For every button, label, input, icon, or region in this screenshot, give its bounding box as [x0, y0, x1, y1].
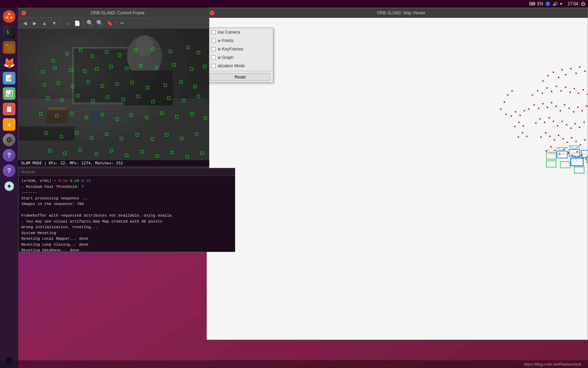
system-time[interactable]: 17:04 — [568, 1, 578, 6]
current-frame-window: ✕ ORB-SLAM2: Current Frame ◀ ▶ ▲ ▼ ⌂ 📄 🔍… — [18, 8, 209, 176]
lang-indicator[interactable]: EN — [537, 1, 543, 6]
dock-item-files[interactable] — [2, 40, 16, 55]
toolbar-sep2 — [83, 20, 84, 27]
map-viewer-window: ✕ ORB-SLAM2: Map Viewer low Camera w Poi… — [206, 8, 588, 340]
bookmark-button[interactable]: 🔖 — [105, 19, 114, 27]
terminal-line-10: Reseting Local Mapper... done — [21, 236, 232, 242]
dropdown-item-show-graph[interactable]: w Graph — [207, 53, 273, 62]
trash-icon: 🗑 — [3, 354, 15, 367]
svg-point-123 — [546, 87, 548, 89]
down-button[interactable]: ▼ — [50, 19, 58, 27]
show-keyframes-label: w KeyFrames — [218, 47, 243, 52]
svg-line-263 — [546, 149, 551, 153]
svg-point-218 — [576, 151, 578, 152]
svg-point-149 — [551, 102, 552, 103]
svg-point-132 — [587, 94, 588, 95]
svg-point-195 — [554, 139, 555, 141]
toolbar-sep3 — [116, 20, 116, 27]
close-button[interactable]: ✕ — [21, 11, 26, 15]
url-bar: https://blog.csdn.net/RadiantJoral — [0, 360, 588, 368]
zoom-out-button[interactable]: 🔍 — [86, 19, 94, 27]
zoom-in-button[interactable]: 🔍 — [96, 19, 104, 27]
svg-point-144 — [528, 108, 530, 110]
dock-item-amazon[interactable]: a — [2, 117, 16, 132]
svg-point-145 — [533, 104, 535, 105]
volume-icon[interactable]: 🔊 — [553, 1, 558, 6]
dock-item-calc[interactable]: 📊 — [2, 86, 16, 101]
svg-point-170 — [539, 118, 541, 120]
dock-item-ubuntu[interactable] — [2, 9, 16, 24]
svg-line-255 — [569, 146, 574, 149]
svg-point-245 — [518, 122, 520, 123]
forward-button[interactable]: ▶ — [30, 19, 39, 27]
map-viewer-close-btn[interactable]: ✕ — [210, 11, 215, 15]
svg-point-155 — [577, 107, 579, 108]
svg-point-277 — [505, 114, 507, 115]
terminal-header-text: Output — [21, 170, 35, 174]
dropdown-item-follow-camera[interactable]: low Camera — [207, 28, 273, 36]
file-button[interactable]: 📄 — [73, 19, 81, 27]
svg-point-241 — [515, 111, 516, 113]
power-icon[interactable]: ⏻ — [581, 1, 585, 6]
camera-image — [19, 28, 209, 162]
terminal-line-5 — [21, 207, 232, 213]
home-button[interactable]: ⌂ — [63, 19, 71, 27]
dock-item-settings[interactable]: ⚙ — [2, 132, 16, 147]
svg-point-249 — [526, 136, 527, 137]
writer-icon: 📝 — [3, 72, 15, 84]
paint-button[interactable]: ✏ — [118, 19, 127, 27]
coord-line: (x=638, v=81) ~ R:10 G:10 B:10 — [21, 178, 232, 184]
svg-point-197 — [562, 138, 564, 139]
svg-point-120 — [532, 94, 533, 96]
dock-item-dvd[interactable]: 💿 — [2, 179, 16, 193]
back-button[interactable]: ◀ — [21, 19, 29, 27]
terminal-line-11: Reseting Loop Closing... done — [21, 242, 232, 248]
svg-point-211 — [546, 150, 547, 152]
show-graph-label: w Graph — [218, 55, 233, 60]
keyboard-icon[interactable]: ⌨ — [529, 1, 535, 6]
terminal-line-8: Wrong initialization, reseting... — [21, 224, 232, 230]
bluetooth-icon[interactable]: 🔵 — [545, 1, 551, 6]
svg-point-105 — [579, 66, 580, 68]
svg-point-129 — [574, 88, 575, 89]
svg-point-198 — [567, 142, 568, 143]
svg-point-146 — [538, 108, 539, 109]
dock-item-firefox[interactable]: 🦊 — [2, 55, 16, 70]
map-viewer-content: low Camera w Points w KeyFrames w Graph … — [207, 18, 588, 340]
dock-item-trash[interactable]: 🗑 — [2, 353, 16, 368]
firefox-icon: 🦊 — [3, 57, 15, 69]
svg-point-173 — [553, 121, 554, 122]
svg-point-103 — [570, 68, 572, 69]
svg-point-275 — [504, 101, 505, 103]
terminal-icon: $_ — [3, 26, 15, 38]
dropdown-item-localization-mode[interactable]: alization Mode — [207, 62, 273, 70]
svg-point-242 — [519, 115, 521, 116]
r-value: R:10 — [58, 179, 68, 183]
svg-point-126 — [560, 90, 562, 91]
show-points-label: w Points — [218, 38, 233, 43]
toolbar-sep1 — [61, 20, 61, 27]
svg-point-276 — [500, 108, 502, 110]
terminal-line-7: . You may see visual artifacts.New Map c… — [21, 219, 232, 225]
svg-line-264 — [551, 149, 556, 153]
dock-item-terminal[interactable]: $_ — [2, 25, 16, 39]
application-dock: $_ 🦊 📝 📊 📋 a ⚙ ? ? 💿 🗑 — [0, 8, 18, 368]
svg-point-156 — [581, 110, 583, 111]
up-button[interactable]: ▲ — [40, 19, 49, 27]
dock-item-help[interactable]: ? — [2, 148, 16, 163]
network-icon: ▾ — [560, 1, 562, 6]
dock-item-help2[interactable]: ? — [2, 163, 16, 178]
dropdown-item-show-keyframes[interactable]: w KeyFrames — [207, 45, 273, 53]
dropdown-item-show-points[interactable]: w Points — [207, 36, 273, 45]
terminal-line-12: Reseting Database... done — [21, 247, 232, 252]
slam-status-full: SLAM MODE | KFs: 22, MPs: 1274, Matches:… — [21, 161, 123, 165]
settings-icon: ⚙ — [3, 134, 15, 146]
dock-item-impress[interactable]: 📋 — [2, 102, 16, 116]
help2-icon: ? — [3, 164, 15, 177]
reset-button[interactable]: Reset — [210, 73, 270, 81]
svg-point-131 — [582, 89, 584, 90]
dock-item-writer[interactable]: 📝 — [2, 71, 16, 86]
current-frame-titlebar[interactable]: ✕ ORB-SLAM2: Current Frame — [19, 8, 209, 18]
map-viewer-titlebar: ✕ ORB-SLAM2: Map Viewer — [207, 8, 588, 18]
svg-point-154 — [573, 111, 574, 113]
